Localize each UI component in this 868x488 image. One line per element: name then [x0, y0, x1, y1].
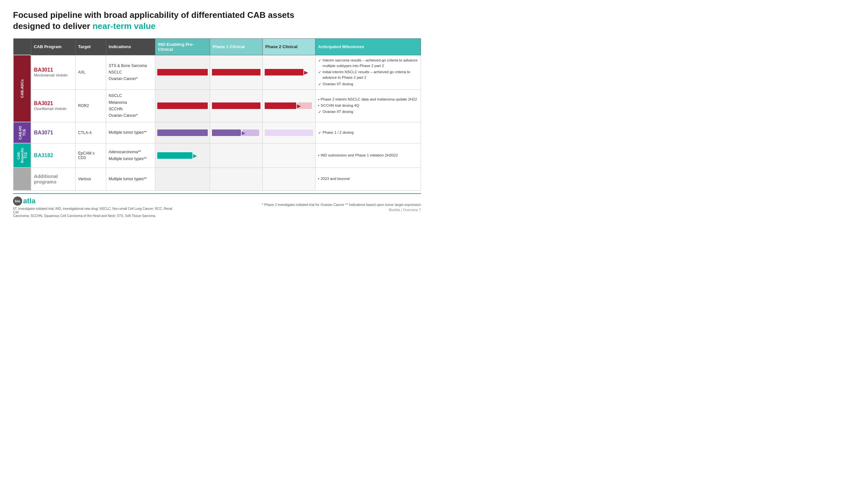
indications-ba3021: NSCLCMelanomaSCCHNOvarian Cancer*	[106, 90, 155, 122]
milestone-item: • 2023 and beyond	[318, 176, 418, 182]
title-highlight: near-term value	[92, 21, 156, 31]
footer-footnote: IIT, Investigator-initiated trial; IND, …	[13, 207, 176, 218]
timeline-phase1-ba3182	[210, 143, 262, 167]
program-name-ba3021: BA3021	[34, 100, 72, 106]
indications-additional: Multiple tumor types**	[106, 167, 155, 190]
pipeline-table: CAB Program Target Indications IND Enabl…	[13, 38, 421, 191]
title-line1: Focused pipeline with broad applicabilit…	[13, 10, 294, 20]
table-header-row: CAB Program Target Indications IND Enabl…	[13, 38, 421, 55]
timeline-ind-ba3011	[155, 55, 210, 90]
header-program: CAB Program	[31, 38, 75, 55]
title-line2: designed to deliver	[13, 21, 92, 31]
header-ind-enabling: IND Enabling Pre-Clinical	[155, 38, 210, 55]
milestone-item: • SCCHN trial dosing 4Q	[318, 102, 418, 109]
timeline-phase1-ba3021	[210, 90, 262, 122]
target-ba3182: EpCAM x CD3	[75, 143, 106, 167]
milestones-ba3071: ✓ Phase 1 / 2 dosing	[315, 122, 421, 143]
footer-logo: bio atla	[13, 196, 176, 206]
program-name-ba3182: BA3182	[34, 153, 72, 158]
main-title: Focused pipeline with broad applicabilit…	[13, 10, 421, 32]
milestone-item: • IND submission and Phase 1 initiation …	[318, 152, 418, 158]
category-cab-tce: CAB-Bispecific TCE	[13, 143, 31, 167]
timeline-ind-ba3182: ▶	[155, 143, 210, 167]
table-row: CAB-ADCs BA3011 Mecbotamab Vedotin AXL S…	[13, 55, 421, 90]
target-ba3011: AXL	[75, 55, 106, 90]
timeline-phase2-ba3071	[262, 122, 315, 143]
timeline-phase2-additional	[262, 167, 315, 190]
category-cab-io: CAB-I/O TCE	[13, 122, 31, 143]
program-additional: Additionalprograms	[31, 167, 75, 190]
milestone-dot-icon: •	[318, 97, 319, 102]
program-name-ba3011: BA3011	[34, 67, 72, 73]
timeline-phase1-ba3011	[210, 55, 262, 90]
program-ba3071: BA3071	[31, 122, 75, 143]
program-name-ba3071: BA3071	[34, 130, 72, 136]
milestone-check-icon: ✓	[318, 58, 321, 63]
milestones-additional: • 2023 and beyond	[315, 167, 421, 190]
footer-right-section: * Phase 2 investigator-initiated trial f…	[262, 203, 421, 212]
timeline-phase2-ba3182	[262, 143, 315, 167]
timeline-phase1-additional	[210, 167, 262, 190]
program-subtitle-ba3011: Mecbotamab Vedotin	[34, 73, 68, 77]
milestone-check-icon: ✓	[318, 109, 321, 115]
milestones-ba3021: • Phase 2 interim NSCLC data and melanom…	[315, 90, 421, 122]
milestone-dot-icon: •	[318, 153, 319, 158]
header-indications: Indications	[106, 38, 155, 55]
timeline-ind-ba3071	[155, 122, 210, 143]
milestone-item: ✓ Phase 1 / 2 dosing	[318, 129, 418, 136]
target-additional: Various	[75, 167, 106, 190]
milestone-check-icon: ✓	[318, 82, 321, 87]
milestone-dot-icon: •	[318, 103, 319, 108]
program-ba3182: BA3182	[31, 143, 75, 167]
milestone-item: ✓ Interim sarcoma results – achieved go …	[318, 57, 418, 69]
header-phase1: Phase 1 Clinical	[210, 38, 262, 55]
milestone-item: ✓ Initial interim NSCLC results – achiev…	[318, 69, 418, 81]
table-row: Additionalprograms Various Multiple tumo…	[13, 167, 421, 190]
program-ba3021: BA3021 Ozuriftamab Vedotin	[31, 90, 75, 122]
timeline-phase2-ba3011: ▶	[262, 55, 315, 90]
timeline-phase1-ba3071: ▶	[210, 122, 262, 143]
footer-page-label: BioAtla | Overview 7	[262, 208, 421, 212]
header-category	[13, 38, 31, 55]
header-target: Target	[75, 38, 106, 55]
milestone-check-icon: ✓	[318, 130, 321, 136]
milestone-check-icon: ✓	[318, 69, 321, 75]
indications-ba3071: Multiple tumor types**	[106, 122, 155, 143]
logo-circle: bio	[13, 196, 22, 206]
program-ba3011: BA3011 Mecbotamab Vedotin	[31, 55, 75, 90]
program-name-additional: Additionalprograms	[34, 173, 58, 185]
program-subtitle-ba3021: Ozuriftamab Vedotin	[34, 107, 66, 110]
indications-ba3011: STS & Bone SarcomaNSCLCOvarian Cancer*	[106, 55, 155, 90]
target-ba3021: ROR2	[75, 90, 106, 122]
table-row: CAB-I/O TCE BA3071 CTLA-4 Multiple tumor…	[13, 122, 421, 143]
milestone-dot-icon: •	[318, 176, 319, 182]
table-row: CAB-Bispecific TCE BA3182 EpCAM x CD3 Ad…	[13, 143, 421, 167]
footer: bio atla IIT, Investigator-initiated tri…	[13, 193, 421, 218]
milestone-item: ✓ Ovarian IIT dosing	[318, 81, 418, 88]
header-phase2: Phase 2 Clinical	[262, 38, 315, 55]
header-milestones: Anticipated Milestones	[315, 38, 421, 55]
footer-footnote3: * Phase 2 investigator-initiated trial f…	[262, 203, 421, 206]
milestone-item: • Phase 2 interim NSCLC data and melanom…	[318, 96, 418, 102]
timeline-phase2-ba3021: ▶	[262, 90, 315, 122]
table-row: BA3021 Ozuriftamab Vedotin ROR2 NSCLCMel…	[13, 90, 421, 122]
milestone-item: ✓ Ovarian IIT dosing	[318, 109, 418, 115]
target-ba3071: CTLA-4	[75, 122, 106, 143]
timeline-ind-ba3021	[155, 90, 210, 122]
category-cab-adcs: CAB-ADCs	[13, 55, 31, 122]
timeline-ind-additional	[155, 167, 210, 190]
indications-ba3182: Adenocarcinoma**Multiple tumor types**	[106, 143, 155, 167]
category-additional	[13, 167, 31, 190]
milestones-ba3011: ✓ Interim sarcoma results – achieved go …	[315, 55, 421, 90]
milestones-ba3182: • IND submission and Phase 1 initiation …	[315, 143, 421, 167]
logo-atla: atla	[23, 197, 35, 205]
